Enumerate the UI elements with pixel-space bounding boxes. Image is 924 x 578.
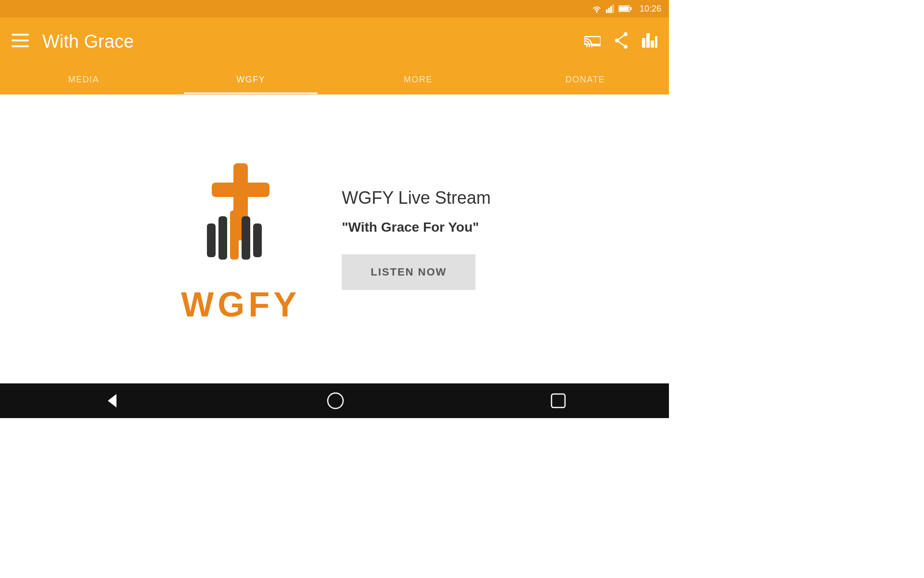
svg-rect-3 (610, 6, 612, 13)
svg-rect-2 (608, 8, 610, 13)
svg-rect-20 (651, 40, 654, 48)
tab-donate[interactable]: DONATE (502, 66, 669, 94)
battery-icon (618, 5, 632, 13)
cast-icon (584, 34, 601, 47)
svg-rect-21 (655, 36, 657, 48)
stream-title: WGFY Live Stream (342, 188, 490, 208)
svg-rect-23 (212, 183, 270, 197)
tab-more[interactable]: MORE (334, 66, 502, 94)
main-content: WGFY WGFY Live Stream "With Grace For Yo… (0, 94, 669, 383)
wgfy-logo (178, 154, 303, 279)
right-panel: WGFY Live Stream "With Grace For You" LI… (342, 188, 490, 290)
status-time: 10:26 (640, 4, 661, 14)
status-bar: 10:26 (0, 0, 669, 17)
svg-point-0 (596, 12, 598, 13)
svg-rect-27 (242, 216, 250, 260)
svg-rect-10 (12, 45, 29, 47)
svg-rect-28 (253, 223, 262, 257)
logo-area: WGFY (178, 154, 303, 324)
status-icons: 10:26 (591, 4, 661, 14)
recent-icon (551, 393, 566, 408)
tab-media[interactable]: MEDIA (0, 66, 167, 94)
svg-rect-12 (593, 44, 601, 46)
svg-rect-4 (612, 4, 614, 13)
svg-rect-19 (646, 33, 650, 48)
listen-now-button[interactable]: LISTEN NOW (342, 254, 475, 290)
svg-line-16 (617, 34, 626, 40)
tabs-bar: MEDIA WGFY MORE DONATE (0, 66, 669, 94)
svg-marker-29 (108, 394, 116, 407)
svg-rect-11 (584, 37, 601, 44)
share-button[interactable] (614, 32, 629, 51)
stream-subtitle: "With Grace For You" (342, 220, 479, 235)
bottom-nav (0, 383, 669, 418)
svg-rect-9 (12, 39, 29, 41)
signal-icon (606, 4, 615, 13)
svg-point-30 (328, 393, 343, 408)
home-icon (327, 392, 344, 409)
svg-rect-31 (552, 394, 565, 407)
wifi-icon (591, 4, 602, 13)
back-button[interactable] (89, 387, 135, 414)
svg-rect-24 (207, 223, 216, 257)
cast-button[interactable] (584, 34, 601, 49)
svg-rect-7 (619, 7, 629, 11)
app-bar: With Grace (0, 17, 669, 66)
recent-button[interactable] (536, 388, 580, 413)
logo-text: WGFY (181, 285, 300, 324)
home-button[interactable] (312, 387, 359, 414)
menu-icon (12, 34, 29, 47)
app-title: With Grace (42, 31, 584, 52)
back-icon (103, 392, 120, 409)
svg-rect-1 (606, 10, 608, 13)
chart-button[interactable] (642, 33, 657, 50)
menu-button[interactable] (12, 34, 29, 49)
tab-wgfy[interactable]: WGFY (167, 66, 335, 94)
svg-rect-18 (642, 38, 645, 48)
chart-icon (642, 33, 657, 48)
svg-rect-8 (12, 34, 29, 36)
svg-rect-25 (218, 216, 227, 260)
share-icon (614, 32, 629, 49)
svg-rect-26 (230, 210, 239, 260)
svg-line-17 (617, 40, 626, 47)
app-bar-actions (584, 32, 657, 51)
svg-rect-6 (630, 7, 631, 10)
